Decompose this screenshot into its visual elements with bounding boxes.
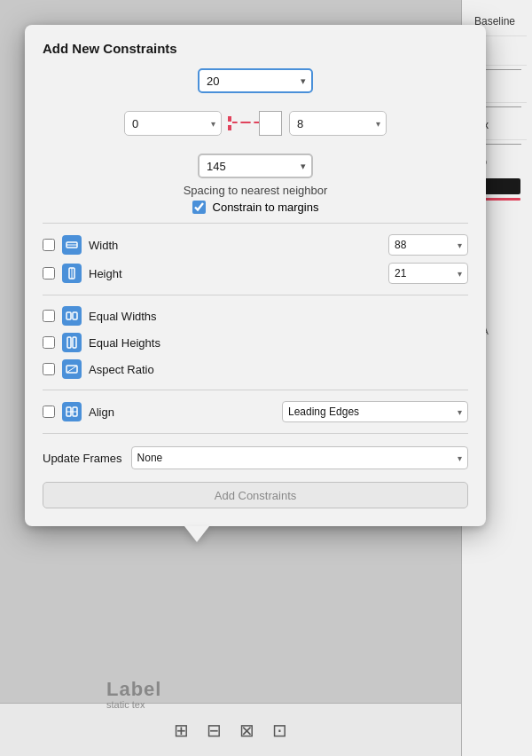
svg-rect-7 [73, 337, 76, 348]
dashed-line-right [246, 122, 259, 123]
width-icon [62, 235, 82, 255]
toolbar-icon-4[interactable]: ⊡ [272, 720, 287, 741]
constrain-margins-row: Constrain to margins [43, 201, 468, 214]
align-checkbox[interactable] [43, 406, 55, 418]
svg-rect-4 [66, 312, 71, 319]
equal-heights-checkbox[interactable] [43, 336, 55, 349]
height-select-wrapper: 21 [388, 263, 468, 284]
bottom-spacing-select[interactable]: 145 0 8 20 [198, 154, 313, 178]
dashed-line-left [232, 122, 246, 123]
height-row: Height 21 [43, 259, 468, 287]
equal-widths-label: Equal Widths [89, 310, 468, 323]
aspect-ratio-icon [62, 359, 82, 379]
height-label: Height [89, 267, 381, 280]
height-value-wrapper: 21 [388, 263, 468, 284]
right-spacing-wrapper: 8 0 20 [289, 111, 387, 136]
width-select[interactable]: 88 [388, 234, 468, 256]
height-select[interactable]: 21 [388, 263, 468, 284]
height-checkbox[interactable] [43, 267, 55, 280]
bottom-spacing-row: 145 0 8 20 [43, 154, 468, 178]
equal-heights-icon [62, 333, 82, 352]
panel-title: Add New Constraints [43, 41, 468, 56]
aspect-ratio-checkbox[interactable] [43, 363, 55, 375]
divider-1 [43, 223, 468, 224]
toolbar-icon-2[interactable]: ⊟ [207, 720, 222, 741]
constraint-diagram [229, 97, 282, 150]
svg-rect-5 [73, 312, 77, 319]
width-select-wrapper: 88 [388, 234, 468, 256]
constrain-margins-checkbox[interactable] [192, 201, 206, 214]
bottom-toolbar: ⊞ ⊟ ⊠ ⊡ [0, 703, 461, 756]
toolbar-icon-3[interactable]: ⊠ [239, 720, 254, 741]
constraint-box [259, 111, 282, 136]
height-icon [62, 264, 82, 283]
equal-heights-row: Equal Heights [43, 329, 468, 356]
equal-widths-checkbox[interactable] [43, 310, 55, 322]
nearest-neighbor-label: Spacing to nearest neighbor [43, 184, 468, 197]
top-spacing-select[interactable]: 20 0 8 145 [198, 68, 313, 93]
width-value-wrapper: 88 [388, 234, 468, 256]
add-constraints-panel: Add New Constraints 20 0 8 145 0 8 20 [25, 25, 486, 526]
aspect-ratio-label: Aspect Ratio [89, 363, 468, 376]
divider-3 [43, 390, 468, 390]
align-icon [62, 402, 82, 421]
width-label: Width [89, 239, 381, 252]
divider-4 [43, 433, 468, 434]
width-checkbox[interactable] [43, 239, 55, 251]
dashed-line-bottom [230, 116, 231, 130]
equal-widths-row: Equal Widths [43, 303, 468, 329]
align-select[interactable]: Leading Edges Trailing Edges Top Edges B… [282, 401, 468, 422]
divider-2 [43, 295, 468, 295]
static-text-label: static tex [106, 699, 145, 710]
svg-rect-6 [67, 337, 71, 348]
toolbar-icon-1[interactable]: ⊞ [174, 720, 189, 741]
bottom-spacing-wrapper: 145 0 8 20 [198, 154, 313, 178]
top-spacing-row: 20 0 8 145 [43, 68, 468, 93]
update-frames-select[interactable]: None Items of New Constraints All Frames… [131, 446, 468, 469]
constrain-margins-label: Constrain to margins [213, 201, 319, 214]
right-spacing-select[interactable]: 8 0 20 [289, 111, 387, 136]
label-text: Label [106, 678, 161, 701]
left-spacing-wrapper: 0 8 20 [124, 111, 222, 136]
align-label: Align [89, 406, 275, 419]
update-frames-label: Update Frames [43, 452, 122, 465]
update-frames-row: Update Frames None Items of New Constrai… [43, 441, 468, 475]
width-row: Width 88 [43, 231, 468, 259]
aspect-ratio-row: Aspect Ratio [43, 356, 468, 382]
svg-line-9 [66, 366, 77, 373]
align-select-wrapper: Leading Edges Trailing Edges Top Edges B… [282, 401, 468, 422]
update-frames-select-wrapper: None Items of New Constraints All Frames… [131, 446, 468, 469]
equal-widths-icon [62, 306, 82, 326]
left-spacing-select[interactable]: 0 8 20 [124, 111, 222, 136]
add-constraints-button[interactable]: Add Constraints [43, 482, 468, 508]
equal-heights-label: Equal Heights [89, 336, 468, 350]
align-row: Align Leading Edges Trailing Edges Top E… [43, 398, 468, 426]
top-spacing-wrapper: 20 0 8 145 [198, 68, 313, 93]
middle-constraint-row: 0 8 20 8 0 20 [43, 97, 468, 150]
